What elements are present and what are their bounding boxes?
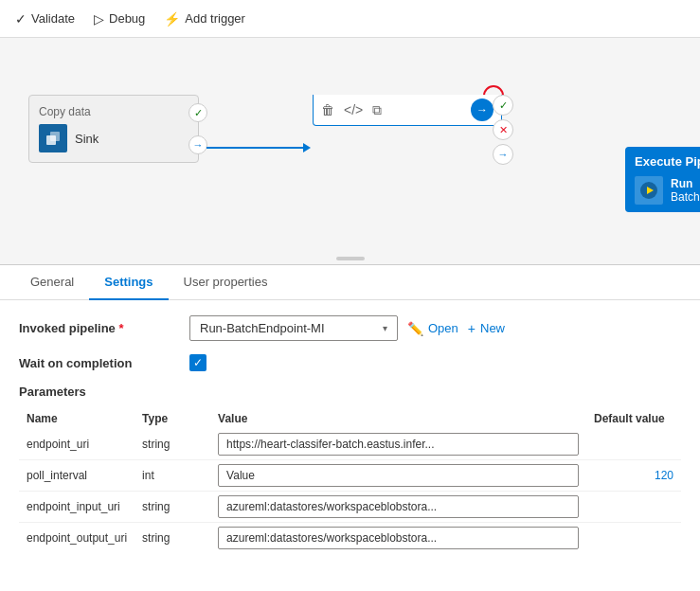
execute-badges: ✓ ✕ → <box>493 95 513 165</box>
invoked-pipeline-controls: Run-BatchEndpoint-MI ▾ ✏️ Open + New <box>189 315 681 341</box>
tab-general[interactable]: General <box>15 265 89 300</box>
open-label: Open <box>428 321 458 335</box>
invoked-pipeline-dropdown[interactable]: Run-BatchEndpoint-MI ▾ <box>189 315 398 341</box>
connector-line <box>206 147 303 149</box>
execute-node-card: Execute Pipeline 🔗 › Run Batch-Endpoint <box>625 147 700 212</box>
invoked-pipeline-row: Invoked pipeline * Run-BatchEndpoint-MI … <box>19 315 681 341</box>
param-row: endpoint_output_uri string <box>19 523 681 554</box>
param-type-1: int <box>135 460 210 492</box>
copy-arrow-badge: → <box>188 135 207 154</box>
param-type-0: string <box>135 429 210 460</box>
required-indicator: * <box>118 321 123 335</box>
tab-settings[interactable]: Settings <box>89 265 168 300</box>
param-type-3: string <box>135 523 210 554</box>
execute-skip-badge: → <box>493 144 513 165</box>
param-default-3 <box>586 523 681 554</box>
add-trigger-label: Add trigger <box>185 11 245 26</box>
param-value-1[interactable] <box>210 460 586 492</box>
param-value-input-1[interactable] <box>218 464 579 487</box>
toolbar: ✓ Validate ▷ Debug ⚡ Add trigger <box>0 0 700 38</box>
execute-header: Execute Pipeline 🔗 › <box>625 147 700 172</box>
copy-data-icon <box>39 124 67 152</box>
validate-icon: ✓ <box>15 11 27 27</box>
new-label: New <box>480 321 505 335</box>
wait-on-completion-checkbox[interactable]: ✓ <box>189 354 206 371</box>
exec-tool-icons: 🗑 </> ⧉ <box>321 102 382 118</box>
execute-labels: Run Batch-Endpoint <box>671 177 700 204</box>
param-name-1: poll_interval <box>19 460 135 492</box>
settings-content: Invoked pipeline * Run-BatchEndpoint-MI … <box>0 300 700 568</box>
parameters-title: Parameters <box>19 385 681 399</box>
param-name-2: endpoint_input_uri <box>19 492 135 523</box>
wait-on-completion-control: ✓ <box>189 354 681 371</box>
validate-button[interactable]: ✓ Validate <box>15 11 75 27</box>
param-value-input-0[interactable] <box>218 433 579 456</box>
new-icon: + <box>468 321 476 336</box>
dropdown-chevron-icon: ▾ <box>383 323 387 333</box>
svg-rect-1 <box>50 132 60 141</box>
add-trigger-icon: ⚡ <box>164 11 180 27</box>
col-header-value: Value <box>210 408 586 429</box>
parameters-section: Parameters Name Type Value Default value… <box>19 385 681 553</box>
parameters-table: Name Type Value Default value endpoint_u… <box>19 408 681 553</box>
copy-success-badge: ✓ <box>188 103 207 122</box>
param-default-0 <box>586 429 681 460</box>
params-header-row: Name Type Value Default value <box>19 408 681 429</box>
connector-arrowhead <box>303 143 311 152</box>
param-value-input-3[interactable] <box>218 527 579 549</box>
param-default-2 <box>586 492 681 523</box>
copy-data-body: Sink <box>39 124 188 152</box>
param-value-3[interactable] <box>210 523 586 554</box>
param-row: endpoint_input_uri string <box>19 492 681 523</box>
debug-button[interactable]: ▷ Debug <box>94 11 145 27</box>
resize-handle[interactable] <box>336 257 365 260</box>
execute-node-toolbar: 🗑 </> ⧉ → <box>313 95 502 126</box>
col-header-type: Type <box>135 408 210 429</box>
debug-icon: ▷ <box>94 11 104 27</box>
copy-icon[interactable]: ⧉ <box>372 102 382 118</box>
execute-run-label: Run <box>671 177 700 190</box>
invoked-pipeline-label: Invoked pipeline * <box>19 321 189 335</box>
copy-data-label: Sink <box>75 132 99 146</box>
add-trigger-button[interactable]: ⚡ Add trigger <box>164 11 245 27</box>
canvas-area: Copy data Sink ✓ → Execute Pipeline 🔗 › <box>0 38 700 265</box>
execute-arrow-button[interactable]: → <box>471 98 494 121</box>
run-icon <box>635 176 663 205</box>
param-value-input-2[interactable] <box>218 495 579 518</box>
open-icon: ✏️ <box>407 321 423 336</box>
param-value-0[interactable] <box>210 429 586 460</box>
bottom-panel: General Settings User properties Invoked… <box>0 265 700 591</box>
param-value-2[interactable] <box>210 492 586 523</box>
connector <box>206 147 311 149</box>
tab-user-properties[interactable]: User properties <box>169 265 283 300</box>
execute-title: Execute Pipeline <box>635 154 700 169</box>
param-row: poll_interval int 120 <box>19 460 681 492</box>
tabs: General Settings User properties <box>0 265 700 300</box>
validate-label: Validate <box>31 11 75 26</box>
param-type-2: string <box>135 492 210 523</box>
code-icon[interactable]: </> <box>344 102 363 118</box>
wait-on-completion-row: Wait on completion ✓ <box>19 354 681 371</box>
dropdown-value: Run-BatchEndpoint-MI <box>200 321 325 335</box>
new-button[interactable]: + New <box>468 321 505 336</box>
param-name-0: endpoint_uri <box>19 429 135 460</box>
execute-pipeline-node[interactable]: Execute Pipeline 🔗 › Run Batch-Endpoint <box>313 95 502 126</box>
param-name-3: endpoint_output_uri <box>19 523 135 554</box>
copy-data-node[interactable]: Copy data Sink ✓ → <box>28 95 199 163</box>
execute-sublabel: Batch-Endpoint <box>671 190 700 204</box>
execute-body: Run Batch-Endpoint <box>625 172 700 212</box>
delete-icon[interactable]: 🗑 <box>321 102 334 118</box>
param-row: endpoint_uri string <box>19 429 681 460</box>
execute-error-badge: ✕ <box>493 119 513 140</box>
execute-success-badge: ✓ <box>493 95 513 116</box>
param-default-1: 120 <box>586 460 681 492</box>
wait-on-completion-label: Wait on completion <box>19 356 189 370</box>
debug-label: Debug <box>109 11 145 26</box>
col-header-name: Name <box>19 408 135 429</box>
col-header-default: Default value <box>586 408 681 429</box>
copy-data-title: Copy data <box>39 105 188 118</box>
open-button[interactable]: ✏️ Open <box>407 321 458 336</box>
